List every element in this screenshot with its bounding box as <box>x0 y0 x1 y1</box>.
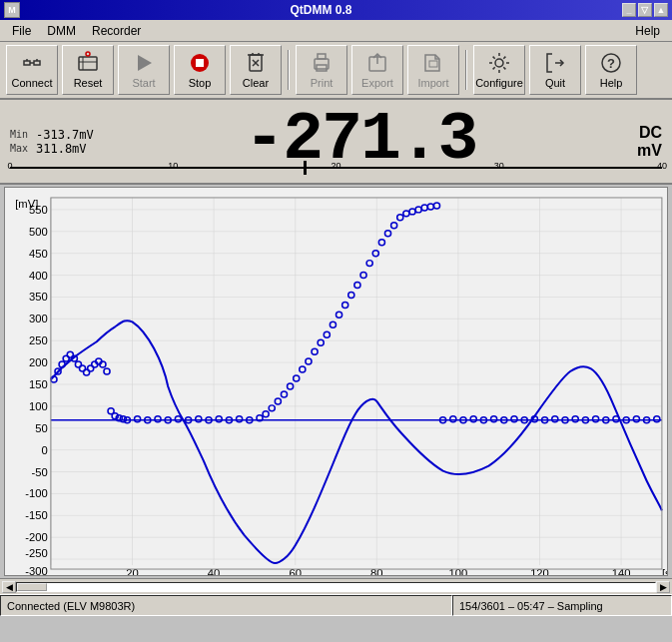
scale-label-40: 40 <box>657 161 667 171</box>
svg-text:200: 200 <box>29 356 48 368</box>
help-button[interactable]: ? Help <box>585 45 637 95</box>
scale-label-10: 10 <box>168 161 178 171</box>
svg-rect-1 <box>34 61 40 65</box>
svg-text:-200: -200 <box>25 531 47 543</box>
scale-label-20: 20 <box>331 161 340 171</box>
print-label: Print <box>311 77 334 89</box>
svg-text:450: 450 <box>29 248 48 260</box>
titlebar-icon: M <box>4 2 20 18</box>
export-label: Export <box>361 77 393 89</box>
svg-rect-23 <box>429 61 437 67</box>
statusbar: Connected (ELV M9803R) 154/3601 – 05:47 … <box>0 594 672 616</box>
svg-marker-9 <box>138 55 152 71</box>
start-label: Start <box>132 77 155 89</box>
print-button[interactable]: Print <box>296 45 347 95</box>
svg-text:50: 50 <box>35 422 47 434</box>
chart-area: 550 500 450 400 350 300 250 200 150 100 … <box>4 187 668 576</box>
svg-point-24 <box>495 59 503 67</box>
configure-icon <box>487 51 511 75</box>
svg-text:-150: -150 <box>25 509 47 521</box>
scale-label-0: 0 <box>7 161 12 171</box>
connect-label: Connect <box>12 77 53 89</box>
scroll-right-button[interactable]: ▶ <box>656 581 670 593</box>
configure-button[interactable]: Configure <box>473 45 525 95</box>
minimize-button[interactable]: _ <box>622 3 636 17</box>
status-right: 154/3601 – 05:47 – Sampling <box>452 595 672 616</box>
menu-help[interactable]: Help <box>627 22 668 40</box>
export-icon <box>365 51 389 75</box>
configure-label: Configure <box>475 77 523 89</box>
max-value: 311.8mV <box>36 142 87 156</box>
menu-file[interactable]: File <box>4 22 39 40</box>
minmax-panel: Min -313.7mV Max 311.8mV <box>10 128 94 156</box>
unit-indicator: mV <box>637 142 662 160</box>
start-button[interactable]: Start <box>118 45 170 95</box>
chart-svg: 550 500 450 400 350 300 250 200 150 100 … <box>5 188 667 575</box>
svg-text:60: 60 <box>289 567 301 575</box>
menu-dmm[interactable]: DMM <box>39 22 84 40</box>
max-label: Max <box>10 143 32 154</box>
clear-label: Clear <box>243 77 269 89</box>
svg-text:20: 20 <box>126 567 138 575</box>
svg-text:-50: -50 <box>32 466 48 478</box>
titlebar-title: QtDMM 0.8 <box>290 3 351 17</box>
svg-rect-19 <box>318 54 326 59</box>
svg-text:-300: -300 <box>25 565 47 575</box>
scrollbar-thumb[interactable] <box>17 583 47 591</box>
svg-text:[sec]: [sec] <box>662 567 667 575</box>
min-label: Min <box>10 129 32 140</box>
scroll-left-button[interactable]: ◀ <box>2 581 16 593</box>
quit-label: Quit <box>545 77 565 89</box>
svg-text:120: 120 <box>530 567 549 575</box>
clear-icon <box>244 51 268 75</box>
svg-text:[mV]: [mV] <box>15 198 38 210</box>
svg-text:-250: -250 <box>25 547 47 559</box>
reset-button[interactable]: Reset <box>62 45 114 95</box>
print-icon <box>310 51 334 75</box>
toolbar-separator-2 <box>465 50 467 90</box>
import-button[interactable]: Import <box>407 45 459 95</box>
quit-icon <box>543 51 567 75</box>
titlebar-controls: _ ▽ ▲ <box>622 3 668 17</box>
svg-rect-0 <box>24 61 30 65</box>
scrollbar-track[interactable] <box>16 582 656 592</box>
min-value: -313.7mV <box>36 128 94 142</box>
import-icon <box>421 51 445 75</box>
svg-text:-100: -100 <box>25 488 47 500</box>
help-label: Help <box>600 77 623 89</box>
svg-text:?: ? <box>607 56 615 71</box>
svg-text:250: 250 <box>29 334 48 346</box>
stop-label: Stop <box>189 77 212 89</box>
min-display: Min -313.7mV <box>10 128 94 142</box>
scale-bar: 0 10 20 30 40 <box>10 161 662 175</box>
svg-text:80: 80 <box>370 567 382 575</box>
scale-line: 0 10 20 30 40 <box>10 161 662 175</box>
toolbar: Connect Reset Start Stop <box>0 42 672 100</box>
toolbar-separator-1 <box>288 50 290 90</box>
svg-text:150: 150 <box>29 378 48 390</box>
mode-unit: DC mV <box>637 124 662 160</box>
quit-button[interactable]: Quit <box>529 45 581 95</box>
import-label: Import <box>417 77 448 89</box>
start-icon <box>132 51 156 75</box>
svg-text:400: 400 <box>29 270 48 282</box>
sampling-status: 154/3601 – 05:47 – Sampling <box>459 600 603 612</box>
menubar: File DMM Recorder Help <box>0 20 672 42</box>
mode-indicator: DC <box>639 124 662 142</box>
svg-rect-11 <box>196 59 204 67</box>
stop-button[interactable]: Stop <box>174 45 226 95</box>
svg-text:350: 350 <box>29 292 48 304</box>
export-button[interactable]: Export <box>351 45 403 95</box>
clear-button[interactable]: Clear <box>230 45 282 95</box>
reset-icon <box>76 51 100 75</box>
svg-text:100: 100 <box>449 567 468 575</box>
menu-recorder[interactable]: Recorder <box>84 22 149 40</box>
connect-icon <box>20 51 44 75</box>
close-button[interactable]: ▲ <box>654 3 668 17</box>
svg-text:40: 40 <box>208 567 220 575</box>
connect-button[interactable]: Connect <box>6 45 58 95</box>
svg-rect-28 <box>5 188 667 575</box>
stop-icon <box>188 51 212 75</box>
display-panel: Min -313.7mV Max 311.8mV -271.3 DC mV 0 … <box>0 100 672 185</box>
maximize-button[interactable]: ▽ <box>638 3 652 17</box>
